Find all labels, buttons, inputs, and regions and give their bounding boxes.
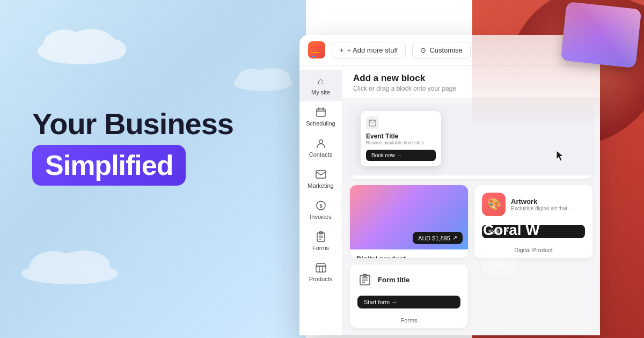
customise-icon: ⊙ <box>420 46 426 54</box>
svg-point-6 <box>255 68 290 87</box>
product-price-tag: AUD $1,895 ↗ <box>413 232 463 244</box>
sidebar-item-marketing[interactable]: Marketing <box>299 163 342 194</box>
booking-mini-icon <box>366 116 379 129</box>
hero-line1: Your Business <box>32 107 233 141</box>
digital-product-image: AUD $1,895 ↗ <box>350 185 468 249</box>
artwork-info: Artwork Exclusive digital art that... <box>511 197 572 211</box>
coral-web-button[interactable]: Web <box>483 256 516 274</box>
blocks-grid: Event Title Browse available time slots … <box>342 98 600 335</box>
plus-icon: + <box>340 46 344 54</box>
coral-title: Coral W <box>483 222 540 239</box>
contacts-icon <box>315 137 327 149</box>
home-icon: ⌂ <box>315 75 327 87</box>
book-now-button[interactable]: Book now → <box>366 150 436 161</box>
form-title: Form title <box>378 276 409 284</box>
event-subtitle: Browse available time slots <box>366 140 436 145</box>
svg-point-9 <box>56 251 110 281</box>
digital-product-block[interactable]: AUD $1,895 ↗ Digital product Block descr… <box>350 185 468 258</box>
rainbow-icon <box>311 47 322 53</box>
sidebar-item-invoices[interactable]: $ Invoices <box>299 194 342 225</box>
sidebar-label-invoices: Invoices <box>310 214 331 220</box>
sidebar-label-forms: Forms <box>312 245 329 251</box>
sidebar-item-forms[interactable]: Forms <box>299 225 342 256</box>
sidebar-label-marketing: Marketing <box>308 182 333 189</box>
form-start-label: Start form → <box>364 299 397 305</box>
marketing-icon <box>315 168 327 180</box>
booking-card-body: Booking Direct booking for appointments … <box>350 175 592 179</box>
sidebar-label-products: Products <box>309 276 332 282</box>
app-logo <box>308 41 325 58</box>
form-icon <box>357 272 372 287</box>
forms-icon <box>315 231 327 243</box>
form-header: Form title <box>350 264 468 287</box>
digital-product-body: Digital product Block description <box>350 249 468 258</box>
sidebar-item-my-site[interactable]: ⌂ My site <box>299 70 342 101</box>
deco-card-overlay <box>561 2 642 68</box>
svg-rect-23 <box>316 266 326 272</box>
hero-badge: Simplified <box>32 145 186 186</box>
deco-card <box>561 2 642 68</box>
cursor-icon <box>555 150 566 166</box>
hero-section: Your Business Simplified <box>32 107 233 186</box>
sidebar-item-contacts[interactable]: Contacts <box>299 132 342 163</box>
event-title: Event Title <box>366 133 436 140</box>
invoices-icon: $ <box>315 200 327 211</box>
booking-mini-card: Event Title Browse available time slots … <box>361 111 441 166</box>
form-footer: Start form → <box>350 287 468 315</box>
digital-product-title: Digital product <box>356 255 462 258</box>
arc1 <box>311 47 322 52</box>
add-more-stuff-button[interactable]: + + Add more stuff <box>332 42 406 58</box>
calendar-icon <box>315 106 327 118</box>
svg-point-14 <box>319 140 323 144</box>
sidebar-label-scheduling: Scheduling <box>306 120 335 127</box>
customise-button[interactable]: ⊙ Customise <box>412 42 470 58</box>
artwork-description: Exclusive digital art that... <box>511 205 572 211</box>
artwork-header: 🎨 Artwork Exclusive digital art that... <box>474 185 592 216</box>
coral-text-area: Coral W Part of our A Web <box>483 222 540 274</box>
add-more-stuff-label: + Add more stuff <box>347 46 398 54</box>
sidebar-item-scheduling[interactable]: Scheduling <box>299 101 342 132</box>
svg-rect-10 <box>317 109 325 116</box>
form-type: Forms <box>350 317 468 328</box>
sidebar-item-products[interactable]: Products <box>299 256 342 288</box>
sidebar-label-my-site: My site <box>311 89 330 95</box>
svg-point-3 <box>94 39 126 60</box>
svg-rect-15 <box>316 171 326 178</box>
arc2 <box>311 52 319 56</box>
svg-rect-26 <box>369 120 376 126</box>
form-info: Form title <box>378 276 409 284</box>
customise-label: Customise <box>429 46 462 54</box>
arc3 <box>311 56 316 58</box>
artwork-icon: 🎨 <box>482 193 506 216</box>
book-now-label: Book now → <box>371 152 402 158</box>
sidebar-label-contacts: Contacts <box>309 151 332 158</box>
coral-subtitle: Part of our A <box>483 241 540 249</box>
hero-line2: Simplified <box>45 150 173 181</box>
artwork-title: Artwork <box>511 197 572 205</box>
product-price: AUD $1,895 <box>418 235 450 241</box>
form-start-button[interactable]: Start form → <box>357 296 460 308</box>
price-arrow-icon: ↗ <box>452 234 457 241</box>
products-icon <box>315 262 327 274</box>
form-block[interactable]: Form title Start form → Forms <box>350 264 468 328</box>
svg-text:$: $ <box>319 203 322 209</box>
sidebar: ⌂ My site Scheduling <box>299 65 342 335</box>
